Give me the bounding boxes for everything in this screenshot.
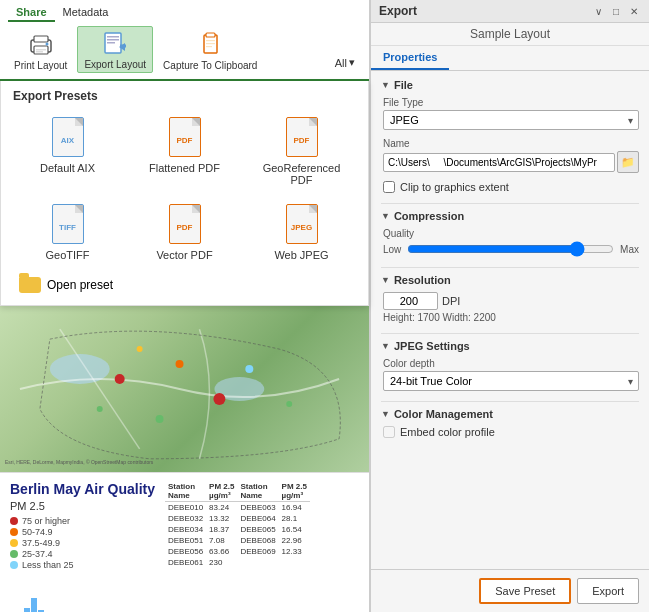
divider-2 <box>381 267 639 268</box>
size-info: Height: 1700 Width: 2200 <box>383 312 639 323</box>
compression-section-label: Compression <box>394 210 464 222</box>
resolution-chevron-icon: ▼ <box>381 275 390 285</box>
legend-label-4: Less than 25 <box>22 560 74 570</box>
jpeg-settings-header[interactable]: ▼ JPEG Settings <box>381 340 639 352</box>
svg-rect-11 <box>120 45 126 48</box>
export-button[interactable]: Export <box>577 578 639 604</box>
svg-rect-16 <box>206 46 212 47</box>
cell-pm2-0: 16.94 <box>279 502 310 514</box>
cell-pm1-2: 18.37 <box>206 524 237 535</box>
bar-2 <box>24 608 30 612</box>
jpeg-chevron-icon: ▼ <box>381 341 390 351</box>
export-layout-button[interactable]: Export Layout <box>77 26 153 73</box>
right-panel: Export ∨ □ ✕ Sample Layout Properties ▼ … <box>370 0 649 612</box>
legend-label-3: 25-37.4 <box>22 549 53 559</box>
preset-label-jpeg: Web JPEG <box>274 249 328 261</box>
folder-icon <box>19 277 41 293</box>
clip-checkbox[interactable] <box>383 181 395 193</box>
dpi-unit-label: DPI <box>442 295 460 307</box>
table-row: DEBE01083.24 DEBE06316.94 <box>165 502 310 514</box>
name-label: Name <box>383 138 639 149</box>
cell-pm2-4: 12.33 <box>279 546 310 557</box>
save-preset-button[interactable]: Save Preset <box>479 578 571 604</box>
cell-s1-1: DEBE032 <box>165 513 206 524</box>
ribbon-all-button[interactable]: All ▾ <box>329 52 361 73</box>
table-row: DEBE0517.08 DEBE06822.96 <box>165 535 310 546</box>
titlebar-controls: ∨ □ ✕ <box>591 4 641 18</box>
cell-pm1-4: 63.66 <box>206 546 237 557</box>
divider-3 <box>381 333 639 334</box>
preset-georef-pdf[interactable]: PDF GeoReferenced PDF <box>247 111 356 190</box>
quality-min-label: Low <box>383 244 401 255</box>
svg-point-20 <box>176 360 184 368</box>
svg-rect-8 <box>107 39 119 41</box>
quality-slider[interactable] <box>407 241 614 257</box>
legend-dot-1 <box>10 528 18 536</box>
preset-geotiff[interactable]: TIFF GeoTIFF <box>13 198 122 265</box>
compression-section-header[interactable]: ▼ Compression <box>381 210 639 222</box>
preset-flattened-pdf[interactable]: PDF Flattened PDF <box>130 111 239 190</box>
color-mgmt-label: Color Management <box>394 408 493 420</box>
color-mgmt-content: Embed color profile <box>381 426 639 438</box>
preset-default-aix[interactable]: AIX Default AIX <box>13 111 122 190</box>
open-preset-button[interactable]: Open preset <box>13 273 356 297</box>
clipboard-icon <box>196 30 224 58</box>
tab-metadata[interactable]: Metadata <box>55 4 117 22</box>
browse-icon: 📁 <box>621 156 635 169</box>
export-subtitle: Sample Layout <box>371 23 649 46</box>
ribbon-all-chevron: ▾ <box>349 56 355 69</box>
preset-label-tiff: GeoTIFF <box>45 249 89 261</box>
tab-properties[interactable]: Properties <box>371 46 449 70</box>
cell-s1-2: DEBE034 <box>165 524 206 535</box>
name-input[interactable] <box>383 153 615 172</box>
col-header-station2: StationName <box>237 481 278 502</box>
tab-share[interactable]: Share <box>8 4 55 22</box>
preset-web-jpeg[interactable]: JPEG Web JPEG <box>247 198 356 265</box>
preset-icon-aix: AIX <box>50 115 86 159</box>
capture-clipboard-button[interactable]: Capture To Clipboard <box>157 28 263 73</box>
clip-label: Clip to graphics extent <box>400 181 509 193</box>
legend-label-1: 50-74.9 <box>22 527 53 537</box>
color-depth-select-wrapper: 24-bit True Color 8-bit 32-bit <box>383 371 639 391</box>
preset-icon-fpdf: PDF <box>167 115 203 159</box>
compression-section: ▼ Compression Quality Low Max <box>381 210 639 257</box>
data-table: StationName PM 2.5µg/m³ StationName PM 2… <box>165 481 310 568</box>
color-depth-select[interactable]: 24-bit True Color 8-bit 32-bit <box>383 371 639 391</box>
svg-rect-1 <box>34 36 48 42</box>
minimize-button[interactable]: ∨ <box>591 4 605 18</box>
cell-s2-4: DEBE069 <box>237 546 278 557</box>
table-row: DEBE03213.32 DEBE06428.1 <box>165 513 310 524</box>
color-management-section: ▼ Color Management Embed color profile <box>381 408 639 438</box>
legend-dot-4 <box>10 561 18 569</box>
svg-point-24 <box>245 365 253 373</box>
maximize-button[interactable]: □ <box>609 4 623 18</box>
cell-s1-0: DEBE010 <box>165 502 206 514</box>
close-button[interactable]: ✕ <box>627 4 641 18</box>
browse-button[interactable]: 📁 <box>617 151 639 173</box>
quality-max-label: Max <box>620 244 639 255</box>
cell-pm1-0: 83.24 <box>206 502 237 514</box>
clip-checkbox-row: Clip to graphics extent <box>383 181 639 193</box>
file-type-select[interactable]: JPEG PDF PNG TIFF SVG <box>383 110 639 130</box>
legend-dot-0 <box>10 517 18 525</box>
svg-rect-3 <box>36 49 46 51</box>
color-mgmt-header[interactable]: ▼ Color Management <box>381 408 639 420</box>
embed-checkbox-row: Embed color profile <box>383 426 639 438</box>
embed-label: Embed color profile <box>400 426 495 438</box>
file-section-header[interactable]: ▼ File <box>381 79 639 91</box>
cell-pm1-5: 230 <box>206 557 237 568</box>
svg-point-5 <box>45 43 48 46</box>
berlin-title: Berlin May Air Quality <box>10 481 155 498</box>
svg-text:Esri, HERE, DeLorme, MapmyIndi: Esri, HERE, DeLorme, MapmyIndia, © OpenS… <box>5 459 154 465</box>
table-row: DEBE03418.37 DEBE06516.54 <box>165 524 310 535</box>
resolution-section-header[interactable]: ▼ Resolution <box>381 274 639 286</box>
export-icon <box>101 29 129 57</box>
legend-item-2: 37.5-49.9 <box>10 538 155 548</box>
print-layout-button[interactable]: Print Layout <box>8 28 73 73</box>
svg-rect-15 <box>206 43 215 44</box>
dpi-input[interactable] <box>383 292 438 310</box>
preset-vector-pdf[interactable]: PDF Vector PDF <box>130 198 239 265</box>
resolution-section-label: Resolution <box>394 274 451 286</box>
embed-checkbox[interactable] <box>383 426 395 438</box>
cell-pm2-2: 16.54 <box>279 524 310 535</box>
